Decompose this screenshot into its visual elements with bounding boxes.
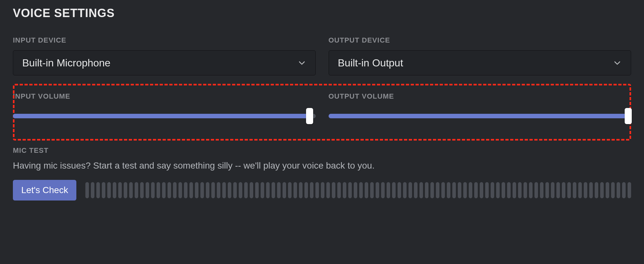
volume-highlight-box: INPUT VOLUME OUTPUT VOLUME: [13, 84, 631, 141]
meter-bar: [157, 182, 160, 198]
mic-test-help-text: Having mic issues? Start a test and say …: [13, 161, 631, 171]
mic-test-section: MIC TEST Having mic issues? Start a test…: [13, 146, 631, 200]
meter-bar: [277, 182, 281, 198]
meter-bar: [250, 182, 253, 198]
meter-bar: [551, 182, 554, 198]
meter-bar: [398, 182, 401, 198]
meter-bar: [589, 182, 593, 198]
slider-fill: [329, 114, 628, 118]
meter-bar: [304, 182, 308, 198]
meter-bar: [513, 182, 516, 198]
meter-bar: [441, 182, 445, 198]
meter-bar: [332, 182, 335, 198]
mic-level-meter: [85, 182, 631, 198]
meter-bar: [534, 182, 538, 198]
meter-bar: [189, 182, 193, 198]
meter-bar: [562, 182, 565, 198]
meter-bar: [168, 182, 171, 198]
meter-bar: [206, 182, 209, 198]
meter-bar: [91, 182, 94, 198]
meter-bar: [151, 182, 155, 198]
meter-bar: [200, 182, 204, 198]
input-device-select[interactable]: Built-in Microphone: [13, 50, 316, 75]
meter-bar: [359, 182, 363, 198]
input-volume-slider[interactable]: [13, 108, 316, 124]
meter-bar: [255, 182, 259, 198]
meter-bar: [178, 182, 182, 198]
meter-bar: [595, 182, 598, 198]
meter-bar: [447, 182, 450, 198]
meter-bar: [425, 182, 428, 198]
meter-bar: [409, 182, 412, 198]
meter-bar: [184, 182, 187, 198]
meter-bar: [540, 182, 543, 198]
meter-bar: [85, 182, 89, 198]
meter-bar: [299, 182, 303, 198]
meter-bar: [244, 182, 248, 198]
meter-bar: [463, 182, 467, 198]
meter-bar: [452, 182, 456, 198]
meter-bar: [288, 182, 292, 198]
meter-bar: [485, 182, 489, 198]
input-device-label: INPUT DEVICE: [13, 36, 316, 44]
meter-bar: [474, 182, 478, 198]
slider-thumb[interactable]: [306, 108, 313, 124]
meter-bar: [343, 182, 346, 198]
meter-bar: [606, 182, 609, 198]
meter-bar: [129, 182, 133, 198]
meter-bar: [96, 182, 100, 198]
slider-thumb[interactable]: [625, 108, 632, 124]
meter-bar: [376, 182, 379, 198]
lets-check-button[interactable]: Let's Check: [13, 180, 76, 200]
meter-bar: [107, 182, 111, 198]
meter-bar: [600, 182, 604, 198]
meter-bar: [272, 182, 275, 198]
meter-bar: [326, 182, 330, 198]
meter-bar: [622, 182, 626, 198]
meter-bar: [370, 182, 374, 198]
meter-bar: [414, 182, 418, 198]
input-volume-label: INPUT VOLUME: [13, 92, 316, 101]
meter-bar: [403, 182, 407, 198]
meter-bar: [315, 182, 319, 198]
meter-bar: [162, 182, 166, 198]
output-device-label: OUTPUT DEVICE: [329, 36, 631, 44]
meter-bar: [584, 182, 587, 198]
meter-bar: [348, 182, 352, 198]
meter-bar: [321, 182, 324, 198]
meter-bar: [266, 182, 270, 198]
meter-bar: [469, 182, 472, 198]
mic-test-row: Let's Check: [13, 180, 631, 200]
meter-bar: [354, 182, 357, 198]
meter-bar: [573, 182, 576, 198]
meter-bar: [365, 182, 368, 198]
output-device-select[interactable]: Built-in Output: [329, 50, 631, 75]
meter-bar: [502, 182, 505, 198]
meter-bar: [211, 182, 215, 198]
volume-row: INPUT VOLUME OUTPUT VOLUME: [13, 92, 631, 124]
chevron-down-icon: [613, 58, 622, 67]
meter-bar: [261, 182, 264, 198]
output-volume-label: OUTPUT VOLUME: [329, 92, 631, 101]
meter-bar: [239, 182, 242, 198]
meter-bar: [124, 182, 127, 198]
output-volume-slider[interactable]: [329, 108, 631, 124]
output-volume-col: OUTPUT VOLUME: [329, 92, 631, 124]
meter-bar: [611, 182, 615, 198]
meter-bar: [628, 182, 631, 198]
meter-bar: [228, 182, 231, 198]
meter-bar: [496, 182, 500, 198]
chevron-down-icon: [297, 58, 306, 67]
meter-bar: [217, 182, 220, 198]
voice-settings-panel: VOICE SETTINGS INPUT DEVICE Built-in Mic…: [0, 0, 644, 210]
meter-bar: [524, 182, 527, 198]
meter-bar: [507, 182, 511, 198]
meter-bar: [283, 182, 286, 198]
meter-bar: [556, 182, 560, 198]
output-device-col: OUTPUT DEVICE Built-in Output: [329, 36, 631, 75]
device-row: INPUT DEVICE Built-in Microphone OUTPUT …: [13, 36, 631, 75]
meter-bar: [222, 182, 226, 198]
meter-bar: [113, 182, 116, 198]
input-device-value: Built-in Microphone: [22, 57, 111, 69]
meter-bar: [529, 182, 533, 198]
